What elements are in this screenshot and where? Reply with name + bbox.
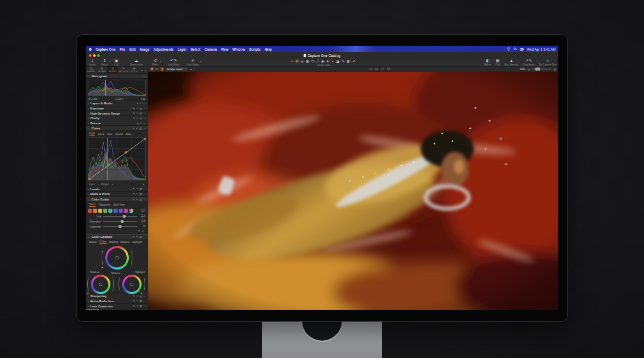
- reset-icon[interactable]: ↶: [136, 188, 139, 190]
- reset-icon[interactable]: ↶: [136, 193, 139, 195]
- panel-row-levels[interactable]: ›Levels╱✎↶▤⋯: [86, 187, 148, 192]
- panel-row-high-dynamic-range[interactable]: ›High Dynamic Range✎↶▤⋯: [86, 111, 148, 116]
- pen-icon[interactable]: ✎: [133, 300, 135, 302]
- shadow-wheel[interactable]: ▲: [91, 275, 110, 294]
- menu-item-edit[interactable]: Edit: [129, 48, 135, 51]
- curve-tab-blue[interactable]: Blue: [126, 132, 131, 136]
- toolbar-export-button[interactable]: ↥▾Export: [101, 59, 108, 66]
- reset-icon[interactable]: ↶: [136, 235, 138, 238]
- reset-icon[interactable]: ↶: [136, 107, 139, 110]
- toolbar-undo-redo-button[interactable]: ↶↷Undo/Redo: [168, 59, 179, 66]
- presets-icon[interactable]: ▤: [140, 107, 142, 110]
- color-balance-tab-shadow[interactable]: Shadow: [109, 240, 119, 243]
- panel-row-sharpening[interactable]: ›Sharpening✎↶▤⋯: [86, 294, 148, 299]
- control-center-icon[interactable]: [520, 48, 524, 51]
- panel-histogram-header[interactable]: ⌄Histogram ⋯: [86, 74, 148, 79]
- color-swatch[interactable]: [103, 209, 107, 213]
- toolbar-cull-button[interactable]: ▣Cull: [114, 59, 119, 66]
- eyedropper-icon[interactable]: ╱: [130, 107, 132, 110]
- cursor-tool-crop[interactable]: ▣▾: [305, 59, 310, 63]
- panel-curve-header[interactable]: ⌄Curve ✎↶▤⋯: [86, 126, 148, 131]
- more-icon[interactable]: ⋯: [143, 127, 146, 130]
- cursor-tool-rotate[interactable]: ⟳▾: [311, 59, 315, 63]
- slider-track[interactable]: [103, 216, 137, 217]
- color-balance-tab-3-way[interactable]: 3-Way: [99, 240, 107, 244]
- more-icon[interactable]: ⋯: [143, 75, 146, 78]
- presets-icon[interactable]: ▤: [140, 127, 142, 130]
- slider-thumb[interactable]: [119, 225, 122, 228]
- presets-icon[interactable]: ▤: [140, 295, 142, 298]
- split-view-icon[interactable]: ◨: [160, 67, 164, 71]
- cursor-tool-clone[interactable]: ◐▾: [331, 59, 335, 63]
- color-editor-tab-basic[interactable]: Basic: [89, 203, 96, 207]
- pen-icon[interactable]: ✎: [136, 102, 139, 105]
- chevron-down-icon[interactable]: ▾: [109, 60, 110, 64]
- more-icon[interactable]: ⋯: [143, 305, 146, 307]
- apple-menu-icon[interactable]: [89, 48, 91, 51]
- slider-thumb[interactable]: [121, 220, 124, 223]
- panel-row-lens-correction[interactable]: ›Lens Correction✎↶▤⋯: [86, 304, 148, 309]
- presets-icon[interactable]: ▤: [140, 300, 142, 302]
- pen-icon[interactable]: ✎: [132, 235, 134, 238]
- zoom-in-icon[interactable]: ⊕: [554, 68, 556, 71]
- tab-style[interactable]: ❖STYLE: [129, 66, 140, 73]
- reset-icon[interactable]: ↶: [136, 295, 139, 298]
- pen-icon[interactable]: ✎: [132, 127, 134, 130]
- curve-tab-green[interactable]: Green: [116, 132, 123, 136]
- curve-tab-luma[interactable]: Luma: [98, 132, 104, 136]
- cursor-tool-pan[interactable]: ✥▾: [295, 59, 300, 63]
- pen-icon[interactable]: ✎: [132, 198, 134, 201]
- presets-icon[interactable]: ▤: [140, 117, 142, 120]
- slider-lightness[interactable]: Lightness0: [86, 224, 148, 229]
- curve-canvas[interactable]: [88, 138, 146, 181]
- panel-row-noise-reduction[interactable]: ›Noise Reduction✎↶▤⋯: [86, 299, 148, 304]
- spotlight-search-icon[interactable]: [514, 48, 517, 51]
- menu-item-select[interactable]: Select: [191, 48, 200, 51]
- toolbar-copy-apply-button[interactable]: ↗✎Copy/Apply: [523, 59, 535, 66]
- panel-color-editor-header[interactable]: ⌄Color Editor ✎↶▤⋯: [86, 197, 148, 202]
- tool-tabs-overflow[interactable]: »⋮: [141, 66, 148, 73]
- curve-tab-rgb[interactable]: RGB: [89, 132, 95, 136]
- pen-icon[interactable]: ✎: [133, 117, 135, 120]
- menu-item-file[interactable]: File: [120, 48, 125, 51]
- chevron-down-icon[interactable]: ▾: [200, 60, 201, 64]
- tab-library[interactable]: ⊟LIBRARY: [86, 66, 97, 73]
- eyedropper-icon[interactable]: ╱: [130, 188, 132, 190]
- color-swatch[interactable]: [113, 209, 118, 213]
- panel-color-balance-header[interactable]: ⌄Color Balance ✎↶▤⋯: [86, 234, 148, 239]
- tab-tether[interactable]: ✇TETHER: [97, 66, 107, 73]
- pen-icon[interactable]: ✎: [133, 188, 135, 190]
- reset-icon[interactable]: ↶: [136, 127, 138, 130]
- cursor-tool-spot-removal[interactable]: ◉▾: [320, 59, 325, 63]
- menu-item-view[interactable]: View: [221, 48, 228, 51]
- pen-icon[interactable]: ✎: [136, 122, 139, 125]
- slider-track[interactable]: [103, 226, 137, 227]
- slider-value[interactable]: 0: [139, 225, 146, 228]
- toolbar-share-button[interactable]: ☁Share online: [130, 59, 143, 66]
- color-editor-tab-skin-tone[interactable]: Skin Tone: [113, 203, 125, 206]
- menu-item-window[interactable]: Window: [233, 48, 245, 51]
- color-swatch[interactable]: [124, 209, 128, 213]
- presets-icon[interactable]: ▤: [140, 112, 142, 115]
- presets-icon[interactable]: ▤: [140, 198, 142, 201]
- color-swatch[interactable]: [98, 209, 102, 213]
- reset-icon[interactable]: ↶: [136, 117, 139, 120]
- cursor-tool-loupe[interactable]: ◎▾: [300, 59, 305, 63]
- color-swatch[interactable]: [129, 209, 133, 213]
- toolbar-import-button[interactable]: ↧Import: [89, 59, 96, 66]
- color-swatch[interactable]: [93, 209, 97, 213]
- zoom-slider[interactable]: [532, 69, 551, 70]
- menu-item-camera[interactable]: Camera: [204, 48, 217, 51]
- menu-item-adjustments[interactable]: Adjustments: [153, 48, 173, 51]
- more-icon[interactable]: ⋯: [143, 102, 146, 105]
- pen-icon[interactable]: ✎: [133, 107, 135, 110]
- highlight-wheel[interactable]: ▲: [122, 275, 142, 294]
- uniformity-icon[interactable]: ≡: [138, 230, 140, 233]
- color-editor-tab-advanced[interactable]: Advanced: [99, 203, 110, 206]
- curve-tab-red[interactable]: Red: [107, 132, 112, 136]
- color-swatch[interactable]: [119, 209, 123, 213]
- toolbar-exp-warning-button[interactable]: ▲Exp. Warning: [504, 59, 518, 66]
- cursor-tool-annotate[interactable]: ✐▾: [352, 59, 357, 63]
- cursor-tool-gradient-mask[interactable]: ◧▾: [347, 59, 352, 63]
- color-balance-tab-master[interactable]: Master: [89, 240, 97, 243]
